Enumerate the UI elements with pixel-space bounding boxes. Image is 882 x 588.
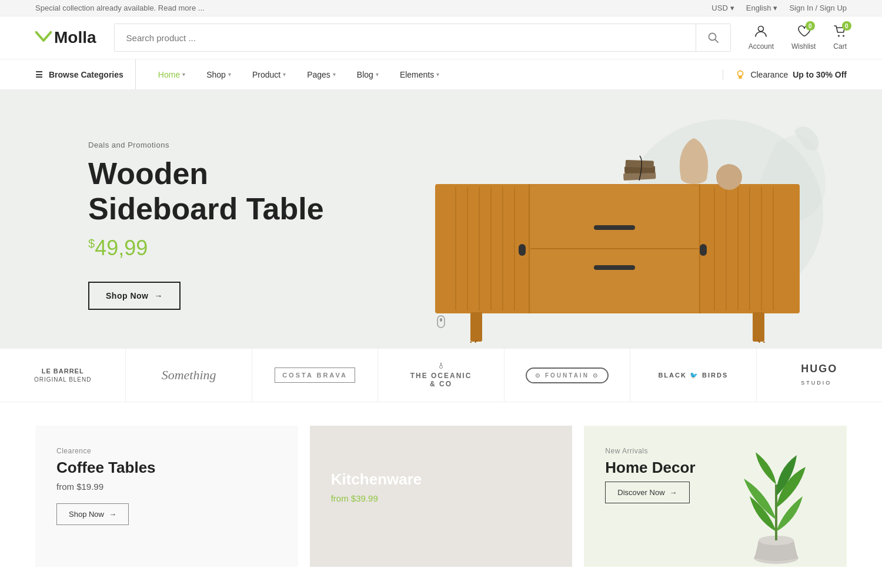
svg-point-37 <box>439 366 442 369</box>
clearance-promo: Clearance Up to 30% Off <box>723 69 847 80</box>
svg-rect-28 <box>470 312 482 342</box>
cart-badge: 0 <box>842 21 851 31</box>
product-card-title: Kitchenware <box>331 470 552 489</box>
brands-bar: LE BARRELOriginal Blend Something COSTA … <box>0 349 882 402</box>
chevron-down-icon: ▾ <box>436 71 439 78</box>
svg-point-2 <box>759 26 764 32</box>
nav-elements[interactable]: Elements ▾ <box>389 59 450 90</box>
nav-blog[interactable]: Blog ▾ <box>346 59 389 90</box>
product-card-price: from $39.99 <box>331 493 552 503</box>
nav-elements-label: Elements <box>400 70 434 79</box>
svg-rect-26 <box>519 244 526 256</box>
nav-product[interactable]: Product ▾ <box>242 59 296 90</box>
cart-label: Cart <box>833 42 847 51</box>
brand-le-barrel[interactable]: LE BARRELOriginal Blend <box>0 349 126 402</box>
scroll-indicator <box>436 315 446 331</box>
wishlist-icon: 0 <box>797 25 810 41</box>
nav-blog-label: Blog <box>357 70 373 79</box>
lightbulb-icon <box>735 69 746 80</box>
svg-rect-24 <box>594 225 635 230</box>
browse-categories-button[interactable]: ☰ Browse Categories <box>35 59 136 89</box>
nav-links: Home ▾ Shop ▾ Product ▾ Pages ▾ Blog ▾ E… <box>136 59 723 90</box>
brand-blackbirds[interactable]: BLACK 🐦 BIRDS <box>630 349 756 402</box>
product-card-title: Coffee Tables <box>56 459 277 477</box>
auth-link[interactable]: Sign In / Sign Up <box>789 4 847 12</box>
nav-shop[interactable]: Shop ▾ <box>196 59 242 90</box>
cart-icon: 0 <box>834 25 847 41</box>
product-card-home-decor: New Arrivals Home Decor Discover Now → <box>584 426 847 567</box>
product-card-image <box>717 449 835 567</box>
account-button[interactable]: Account <box>749 25 774 51</box>
wishlist-badge: 0 <box>806 21 815 31</box>
search-button[interactable] <box>696 24 730 51</box>
svg-rect-29 <box>753 312 764 342</box>
furniture-image <box>412 131 823 343</box>
chevron-down-icon: ▾ <box>333 71 336 78</box>
top-bar-right: USD ▾ English ▾ Sign In / Sign Up <box>711 4 847 12</box>
search-icon <box>708 32 719 43</box>
cart-button[interactable]: 0 Cart <box>833 25 847 51</box>
chevron-down-icon: ▾ <box>283 71 286 78</box>
nav-shop-label: Shop <box>206 70 226 79</box>
wishlist-label: Wishlist <box>791 42 816 51</box>
brand-costa-brava[interactable]: COSTA BRAVA <box>252 349 378 402</box>
product-card-price: from $19.99 <box>56 482 277 492</box>
discover-now-button[interactable]: Discover Now → <box>605 482 689 503</box>
logo-icon <box>35 31 52 44</box>
svg-point-3 <box>838 35 840 37</box>
header-actions: Account 0 Wishlist 0 Cart <box>749 25 847 51</box>
shop-now-button[interactable]: Shop Now → <box>88 282 181 310</box>
hero-subtitle: Deals and Promotions <box>88 141 324 149</box>
main-nav: ☰ Browse Categories Home ▾ Shop ▾ Produc… <box>0 59 882 90</box>
product-card-kitchenware: Kitchenware from $39.99 <box>310 426 573 567</box>
logo[interactable]: Molla <box>35 28 96 47</box>
svg-rect-36 <box>440 318 442 322</box>
plant-icon <box>729 449 823 567</box>
brand-fountain[interactable]: ⊙ FOUNTAIN ⊙ <box>505 349 630 402</box>
hero-content: Deals and Promotions Wooden Sideboard Ta… <box>0 129 324 310</box>
brand-oceanic[interactable]: THE OCEANIC& CO <box>378 349 504 402</box>
chevron-down-icon: ▾ <box>182 71 185 78</box>
nav-home-label: Home <box>158 70 180 79</box>
shop-now-button-coffee[interactable]: Shop Now → <box>56 503 129 525</box>
brand-something[interactable]: Something <box>126 349 252 402</box>
top-bar: Special collection already available. Re… <box>0 0 882 16</box>
svg-point-31 <box>716 164 742 190</box>
svg-line-1 <box>715 39 718 42</box>
svg-point-5 <box>738 71 743 76</box>
top-bar-notice: Special collection already available. Re… <box>35 4 205 12</box>
wishlist-button[interactable]: 0 Wishlist <box>791 25 816 51</box>
product-card-label: Clearence <box>56 447 277 455</box>
hero-section: Deals and Promotions Wooden Sideboard Ta… <box>0 90 882 349</box>
svg-rect-27 <box>700 244 707 256</box>
language-selector[interactable]: English ▾ <box>746 4 778 12</box>
chevron-down-icon: ▾ <box>228 71 231 78</box>
svg-rect-34 <box>626 160 654 168</box>
nav-home[interactable]: Home ▾ <box>148 59 196 90</box>
search-input[interactable] <box>115 33 696 43</box>
header: Molla Account 0 <box>0 16 882 59</box>
hero-price: $49,99 <box>88 236 324 260</box>
hamburger-icon: ☰ <box>35 70 43 79</box>
account-icon <box>754 25 767 41</box>
nav-product-label: Product <box>252 70 280 79</box>
chevron-down-icon: ▾ <box>376 71 379 78</box>
svg-point-4 <box>843 35 844 37</box>
currency-selector[interactable]: USD ▾ <box>711 4 734 12</box>
brand-hugo[interactable]: HUGOSTUDIO <box>757 349 882 402</box>
products-section: Clearence Coffee Tables from $19.99 Shop… <box>0 402 882 588</box>
hero-title: Wooden Sideboard Table <box>88 156 324 227</box>
svg-rect-25 <box>594 265 635 270</box>
account-label: Account <box>749 42 774 51</box>
product-card-coffee-tables: Clearence Coffee Tables from $19.99 Shop… <box>35 426 298 567</box>
search-bar <box>114 24 731 52</box>
nav-pages[interactable]: Pages ▾ <box>296 59 346 90</box>
nav-pages-label: Pages <box>307 70 330 79</box>
